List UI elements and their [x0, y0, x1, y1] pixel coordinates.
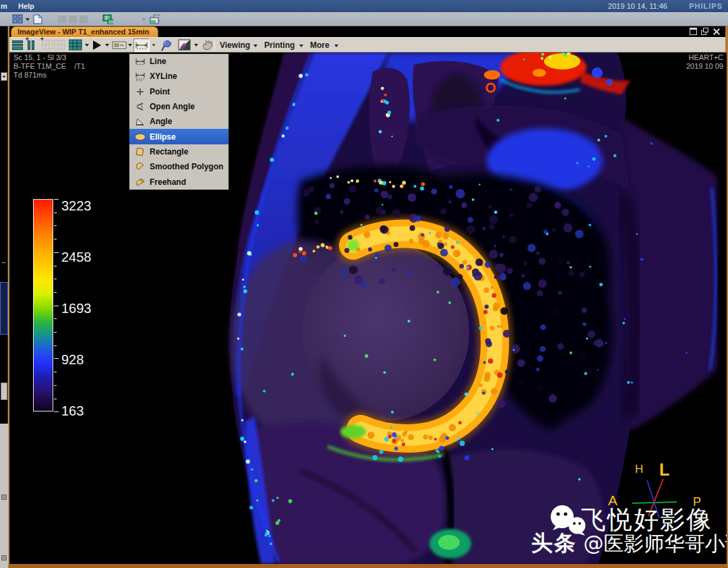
menu-viewing[interactable]: Viewing [220, 40, 250, 50]
menu-item-open-angle[interactable]: Open Angle [129, 99, 229, 114]
menu-item-label: Line [148, 57, 166, 66]
scan-info-overlay: Sc 15, 1 - Sl 3/3B-TFE T1M_CE /T1Td 871m… [13, 53, 85, 80]
menu-item-label: Ellipse [148, 132, 176, 142]
study-info-overlay: HEART+C2019 10 09 [686, 53, 723, 71]
colorbar-value: 3223 [61, 198, 92, 214]
imageview-window: ImageView - WIP T1_enhanced 15min + + [8, 26, 728, 568]
measure-tool-caret[interactable] [152, 44, 156, 46]
layout-rows-button[interactable]: + [12, 39, 26, 51]
xyline-icon [132, 71, 148, 82]
pushpin-icon[interactable] [159, 39, 174, 51]
freehand-icon [132, 177, 148, 188]
rail-small-button[interactable] [1, 382, 7, 400]
disabled-layout-icon [42, 39, 54, 51]
viewport-grid-caret[interactable] [85, 44, 89, 47]
angle-icon [132, 116, 148, 127]
menu-item-label: Angle [148, 117, 172, 126]
disabled-tool-icon [57, 14, 67, 24]
menu-item-ellipse[interactable]: Ellipse [129, 129, 229, 144]
pan-hand-icon[interactable] [201, 39, 216, 51]
disabled-layout-icon [54, 39, 66, 51]
menu-more-caret[interactable] [334, 45, 338, 47]
app-menubar: m Help 2019 10 14, 11:46 PHILIPS [0, 0, 728, 12]
disabled-caret [142, 18, 146, 21]
rectangle-icon [132, 146, 148, 157]
menu-item-label: Smoothed Polygon [148, 162, 223, 171]
smoothed-polygon-icon [132, 161, 148, 172]
imageview-title-tab[interactable]: ImageView - WIP T1_enhanced 15min [11, 26, 158, 37]
imageview-titlebar: ImageView - WIP T1_enhanced 15min [9, 26, 725, 37]
rail-tick-button[interactable] [1, 494, 7, 500]
philips-logo: PHILIPS [689, 2, 723, 10]
disabled-tool-icon [67, 14, 78, 24]
menu-item-label: Freehand [148, 177, 186, 187]
rail-tick-button[interactable] [1, 555, 7, 561]
ellipse-icon [132, 132, 148, 142]
menu-item-rectangle[interactable]: Rectangle [129, 144, 229, 159]
menubar-item-help[interactable]: Help [18, 2, 34, 10]
menu-viewing-caret[interactable] [253, 45, 257, 47]
layout-columns-button[interactable]: + [27, 39, 40, 51]
rail-bottom-strip [0, 424, 8, 568]
measure-tool-button[interactable] [133, 38, 150, 52]
menubar-item-partial[interactable]: m [1, 2, 7, 10]
colorbar-value: 2458 [61, 250, 92, 265]
menu-item-smoothed-polygon[interactable]: Smoothed Polygon [129, 159, 229, 174]
menu-item-angle[interactable]: Angle [129, 114, 229, 129]
menu-item-label: Rectangle [148, 147, 188, 157]
rail-resize-arrows-icon[interactable]: ↔ [1, 258, 7, 265]
annotation-caret[interactable] [128, 44, 132, 47]
measure-tool-menu: LineXYLinePointOpen AngleAngleEllipseRec… [129, 53, 229, 190]
imageview-toolbar: + + [9, 37, 725, 53]
windows-icon[interactable] [150, 14, 160, 24]
annotation-button[interactable] [112, 39, 127, 51]
menu-printing[interactable]: Printing [264, 40, 295, 50]
colorbar-value: 163 [61, 403, 84, 419]
cascade-windows-icon[interactable] [701, 28, 708, 35]
menu-item-line[interactable]: Line [129, 54, 229, 69]
menu-item-xyline[interactable]: XYLine [129, 69, 229, 84]
open-angle-icon [132, 101, 148, 112]
window-level-button[interactable] [178, 39, 191, 51]
document-icon[interactable] [32, 14, 43, 24]
menu-printing-caret[interactable] [299, 45, 303, 47]
menu-item-label: XYLine [148, 72, 177, 81]
point-icon [132, 86, 148, 97]
watermark-credit: 头条 @医影师华哥小课 [531, 529, 727, 559]
menu-more[interactable]: More [310, 40, 330, 50]
system-datetime: 2019 10 14, 11:46 [608, 2, 667, 10]
rail-selected-panel[interactable] [0, 282, 8, 335]
app-toolbar [0, 12, 728, 26]
restore-window-icon[interactable] [690, 28, 697, 35]
image-viewport[interactable]: Sc 15, 1 - Sl 3/3B-TFE T1M_CE /T1Td 871m… [11, 53, 727, 564]
window-level-caret[interactable] [194, 44, 198, 47]
menu-item-label: Open Angle [148, 102, 195, 111]
menu-item-label: Point [148, 87, 170, 96]
left-rail: ↔ [0, 26, 8, 568]
colorbar-gradient [33, 199, 53, 411]
cine-play-caret[interactable] [105, 44, 109, 47]
rail-dropdown-button[interactable] [1, 72, 7, 81]
layout-grid-icon[interactable] [12, 14, 23, 24]
layout-grid-caret[interactable] [26, 18, 30, 21]
philips-workstation-screen: m Help 2019 10 14, 11:46 PHILIPS [0, 0, 728, 568]
colorbar-value: 1693 [61, 301, 92, 316]
menu-item-point[interactable]: Point [129, 84, 229, 99]
menu-item-freehand[interactable]: Freehand [129, 174, 229, 189]
colorbar: 322324581693928163 [33, 199, 121, 422]
colorbar-value: 928 [61, 352, 84, 368]
cine-play-button[interactable] [93, 39, 102, 51]
line-icon [132, 56, 148, 67]
disabled-tool-icon [78, 14, 89, 24]
viewport-grid-button[interactable] [69, 39, 82, 51]
export-layers-icon[interactable] [102, 14, 113, 24]
close-icon[interactable] [712, 28, 720, 35]
